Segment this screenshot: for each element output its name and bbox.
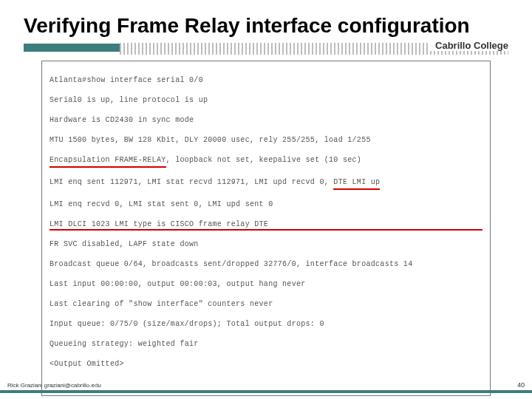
term-line: Last clearing of "show interface" counte…	[50, 299, 482, 310]
teal-bar	[24, 44, 120, 52]
term-line: Hardware is CD2430 in sync mode	[50, 115, 482, 126]
term-line: FR SVC disabled, LAPF state down	[50, 239, 482, 250]
term-line: <Output Omitted>	[50, 359, 482, 369]
underline-red: DTE LMI up	[333, 177, 380, 190]
underline-red: Encapsulation FRAME-RELAY	[50, 155, 166, 168]
term-line: Last input 00:00:00, output 00:00:03, ou…	[50, 279, 482, 290]
term-line: LMI enq recvd 0, LMI stat sent 0, LMI up…	[50, 200, 482, 210]
term-line: Encapsulation FRAME-RELAY, loopback not …	[50, 155, 482, 168]
divider-band: Cabrillo College	[24, 41, 508, 55]
term-line: Serial0 is up, line protocol is up	[50, 95, 482, 106]
brand-label: Cabrillo College	[429, 40, 508, 51]
term-line-underlined: LMI DLCI 1023 LMI type is CISCO frame re…	[50, 219, 482, 230]
footer-credit: Rick Graziani graziani@cabrillo.edu	[7, 382, 101, 389]
terminal-output: Atlanta#show interface serial 0/0 Serial…	[41, 61, 491, 396]
term-text: LMI enq sent 112971, LMI stat recvd 1129…	[50, 178, 333, 186]
term-line: Atlanta#show interface serial 0/0	[50, 75, 482, 86]
page-number: 40	[517, 381, 525, 389]
term-text: LMI DLCI 1023 LMI type is CISCO frame re…	[50, 220, 268, 228]
term-text: , loopback not set, keepalive set (10 se…	[166, 156, 362, 164]
footer-divider	[0, 390, 532, 393]
slide: Verifying Frame Relay interface configur…	[0, 0, 532, 399]
term-line: Broadcast queue 0/64, broadcasts sent/dr…	[50, 259, 482, 270]
term-line: LMI enq sent 112971, LMI stat recvd 1129…	[50, 177, 482, 190]
term-line: Queueing strategy: weighted fair	[50, 339, 482, 349]
slide-title: Verifying Frame Relay interface configur…	[24, 13, 508, 38]
term-line: Input queue: 0/75/0 (size/max/drops); To…	[50, 319, 482, 330]
term-line: MTU 1500 bytes, BW 128 Kbit, DLY 20000 u…	[50, 135, 482, 146]
